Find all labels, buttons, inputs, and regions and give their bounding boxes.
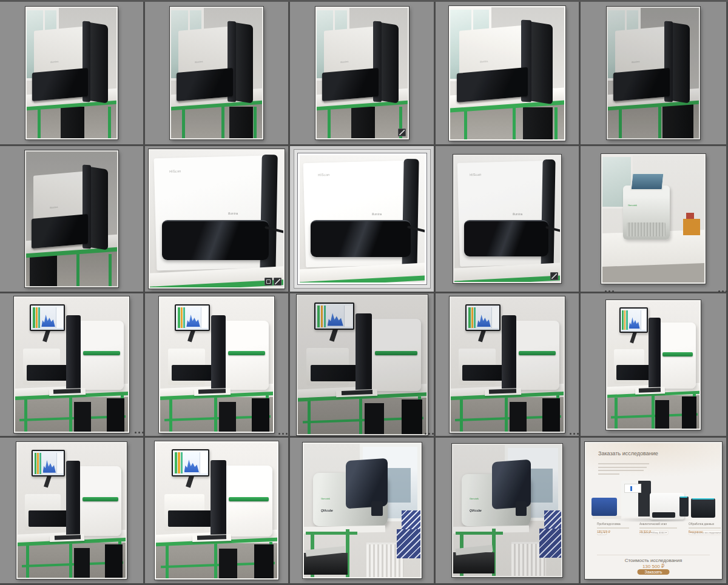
photo-thumbnail-qiacube[interactable]: Genotek QIAcube: [303, 443, 422, 578]
grid-cell[interactable]: illumina: [581, 2, 728, 146]
genotek-logo-text: Genotek: [470, 497, 479, 500]
photo-thumbnail-order-card[interactable]: Заказать исследование Пробоподготовка ДН…: [585, 442, 722, 579]
photo-thumbnail-pcr[interactable]: Genotek: [601, 154, 706, 284]
photo-thumbnail-seq-dark[interactable]: illumina: [25, 7, 118, 139]
green-bar: [175, 452, 177, 473]
pc-tower: [74, 402, 91, 432]
photo-thumbnail-hiseq[interactable]: [16, 442, 127, 579]
grid-cell[interactable]: [145, 438, 290, 585]
screen-pixels: [630, 486, 632, 491]
photo-thumbnail-hiseq[interactable]: [14, 296, 129, 433]
side-panel: [56, 307, 63, 328]
device-screen: [516, 501, 527, 516]
adjust-badge-icon[interactable]: [274, 278, 281, 286]
blue-histogram: [328, 310, 343, 326]
photo-thumbnail-hiscan-bright[interactable]: HiScan illumina: [298, 153, 426, 284]
adjust-badge-icon[interactable]: [398, 129, 406, 136]
orange-bar: [471, 307, 473, 328]
photo-thumbnail-qiacube[interactable]: Genotek QIAcube: [452, 444, 562, 577]
pc-tower: [402, 399, 422, 434]
orange-bar: [181, 307, 183, 328]
illumina-logo-text: illumina: [228, 212, 238, 215]
crop-badge-icon[interactable]: [265, 278, 272, 286]
table-leg: [460, 399, 463, 432]
grid-cell[interactable]: illumina: [145, 2, 290, 146]
photo-thumbnail-hiscan-bright[interactable]: HiScan illumina: [149, 149, 285, 289]
photo-thumbnail-hiseq[interactable]: [606, 300, 701, 430]
hiscan-logo-text: HiScan: [470, 173, 481, 177]
adjust-badge-icon[interactable]: [550, 272, 558, 280]
grid-cell[interactable]: Genotek QIAcube: [290, 438, 436, 585]
intro-text-line: [598, 473, 620, 475]
photo-thumbnail-seq-dark[interactable]: illumina: [170, 7, 263, 139]
total-label: Стоимость исследования: [586, 558, 721, 563]
photo-thumbnail-seq-dark[interactable]: illumina: [449, 6, 565, 141]
grid-cell[interactable]: [0, 293, 145, 438]
photo-grid-canvas: illumina illumina illumina: [0, 0, 728, 585]
photo-thumbnail-seq-dark[interactable]: illumina: [607, 7, 700, 139]
monitor: [32, 450, 65, 476]
pc-tower: [219, 549, 237, 578]
table-leg: [214, 543, 217, 578]
thumbnail-badges: [550, 272, 558, 280]
dark-device: [691, 498, 715, 518]
photo-thumbnail-hiseq[interactable]: [155, 441, 278, 580]
photo-thumbnail-seq-dark[interactable]: illumina: [25, 150, 118, 287]
grid-cell[interactable]: HiScan illumina: [145, 146, 290, 293]
teal-bar: [626, 310, 628, 330]
pc-tower: [74, 548, 90, 578]
side-panel: [56, 453, 63, 473]
grid-cell[interactable]: [436, 293, 581, 438]
grid-cell[interactable]: [145, 293, 290, 438]
sequencer-green-handle: [228, 351, 265, 355]
order-button[interactable]: Заказать: [638, 569, 670, 575]
pc-tower: [252, 398, 270, 432]
sequencer-green-handle: [662, 352, 693, 356]
table-leg: [505, 397, 508, 432]
blue-histogram: [477, 312, 491, 327]
monitor: [619, 307, 648, 333]
table-leg: [652, 395, 655, 429]
grid-cell[interactable]: illumina: [436, 2, 581, 146]
grid-handle-dots: [570, 433, 579, 435]
grid-cell[interactable]: illumina: [290, 2, 436, 146]
teal-glow-line: [692, 498, 714, 500]
photo-thumbnail-hiseq[interactable]: [159, 296, 274, 433]
total-price: 130 500 ₽: [586, 564, 721, 569]
grid-cell[interactable]: [581, 293, 728, 438]
table-leg: [554, 107, 558, 139]
grid-cell[interactable]: [290, 293, 436, 438]
photo-thumbnail-hiseq[interactable]: [297, 295, 428, 435]
photo-thumbnail-hiscan-bright[interactable]: HiScan illumina: [453, 155, 561, 283]
table-green-frame: [306, 532, 357, 535]
pc-tower: [219, 402, 236, 432]
grid-handle-dots: [135, 432, 144, 433]
grid-cell[interactable]: Заказать исследование Пробоподготовка ДН…: [581, 438, 728, 585]
grid-cell[interactable]: [0, 438, 145, 585]
blue-striped-box: [544, 510, 561, 529]
table-leg: [254, 107, 257, 138]
monitor: [172, 449, 209, 476]
pc-tower: [229, 107, 253, 138]
photo-thumbnail-hiseq[interactable]: [450, 296, 565, 433]
side-panel: [200, 452, 207, 473]
order-step-column: Обработка данных Результаты исследования…: [689, 523, 722, 553]
green-bar: [468, 307, 471, 328]
grid-cell[interactable]: HiScan illumina: [436, 146, 581, 293]
grid-handle-dots: [425, 433, 434, 435]
grid-cell[interactable]: Genotek: [581, 146, 728, 293]
analysis-software-screen: [467, 306, 499, 330]
grid-cell[interactable]: Genotek QIAcube: [436, 438, 581, 585]
photo-thumbnail-seq-dark[interactable]: illumina: [315, 7, 409, 139]
pc-tower: [542, 398, 561, 432]
sequencer-drawer: [177, 68, 233, 101]
grid-cell[interactable]: illumina: [0, 2, 145, 146]
sequencer-green-handle: [229, 497, 269, 501]
green-bar: [622, 310, 624, 330]
table-leg: [69, 543, 72, 578]
grid-cell-selected[interactable]: HiScan illumina: [290, 146, 436, 293]
green-bar: [178, 307, 180, 328]
table-leg: [359, 398, 362, 433]
sequencer-drawer: [32, 68, 88, 101]
grid-cell[interactable]: illumina: [0, 146, 145, 293]
